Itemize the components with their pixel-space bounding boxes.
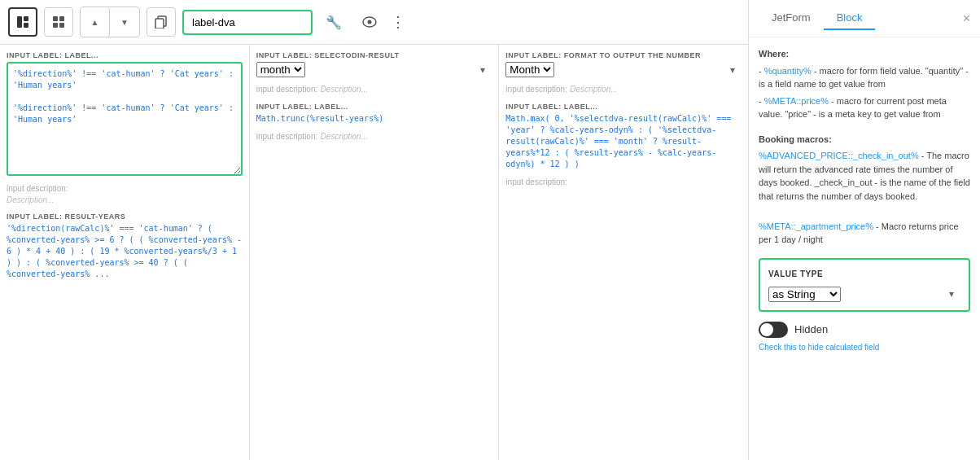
format-dropdown-wrapper[interactable]: Month Year Day	[505, 62, 742, 77]
booking-section: Booking macros: %ADVANCED_PRICE::_check_…	[759, 133, 970, 247]
component-btn[interactable]	[44, 7, 73, 37]
right-panel-body: Where: - %quantity% - macro for form fie…	[749, 37, 980, 460]
field-group-mathmax: INPUT LABEL: LABEL... Math.max( 0, '%sel…	[505, 103, 742, 187]
desc-value-1: Description...	[7, 195, 243, 204]
field-group-format: INPUT LABEL: FORMAT TO OUTPUT THE NUMBER…	[505, 51, 742, 94]
svg-rect-6	[59, 23, 64, 28]
format-select[interactable]: Month Year Day	[505, 62, 554, 77]
mathtrunc-desc-label: input description:	[256, 132, 318, 141]
svg-point-10	[368, 20, 372, 24]
selectodin-desc-label: input description:	[256, 85, 318, 94]
toggle-thumb	[760, 323, 773, 336]
svg-rect-0	[17, 16, 22, 28]
chevron-down-btn[interactable]: ▼	[110, 7, 139, 37]
field2-label: INPUT LABEL: RESULT-YEARS	[7, 212, 243, 221]
hidden-hint: Check this to hide calculated field	[759, 341, 970, 353]
right-panel-header: JetForm Block ×	[749, 0, 980, 37]
field-group-selectodin: INPUT LABEL: SELECTODIN-RESULT month yea…	[256, 51, 492, 94]
desc-label-1: input description:	[7, 184, 243, 193]
booking-macro-1: %ADVANCED_PRICE::_check_in_out% - The ma…	[759, 149, 970, 203]
formula-text-2: '%direction(rawCalc)%' === 'cat-human' ?…	[7, 223, 243, 280]
mathtrunc-desc-value: Description...	[321, 132, 368, 141]
selectodin-desc-value: Description...	[321, 85, 368, 94]
mathmax-desc-label: input description:	[505, 177, 567, 186]
mathtrunc-label: INPUT LABEL: LABEL...	[256, 103, 492, 111]
label-input[interactable]	[182, 10, 313, 35]
more-options-btn[interactable]: ⋮	[391, 13, 405, 31]
where-title: Where:	[759, 47, 970, 61]
hidden-toggle-btn[interactable]	[759, 322, 788, 338]
field-group-result-years: INPUT LABEL: RESULT-YEARS '%direction(ra…	[7, 212, 243, 280]
left-panel: ▲ ▼ 🔧 ⋮	[0, 0, 749, 460]
svg-rect-2	[24, 23, 28, 28]
field1-label: INPUT LABEL: LABEL...	[7, 51, 243, 59]
content-area: INPUT LABEL: LABEL... '%direction%' !== …	[0, 45, 748, 460]
right-panel: JetForm Block × Where: - %quantity% - ma…	[749, 0, 980, 460]
col-1: INPUT LABEL: LABEL... '%direction%' !== …	[0, 45, 250, 460]
format-desc-label: input description:	[505, 85, 567, 94]
format-label: INPUT LABEL: FORMAT TO OUTPUT THE NUMBER	[505, 51, 742, 59]
copy-btn[interactable]	[147, 7, 176, 37]
booking-macro-2: %META::_apartment_price% - Macro returns…	[759, 220, 970, 247]
selectodin-select[interactable]: month year day	[256, 62, 305, 77]
value-type-title: VALUE TYPE	[768, 268, 960, 280]
tabs: JetForm Block	[759, 7, 875, 30]
formula-input-1[interactable]: '%direction%' !== 'cat-human' ? 'Cat yea…	[7, 62, 243, 176]
layout-toggle-btn[interactable]	[8, 7, 37, 37]
col-3: INPUT LABEL: FORMAT TO OUTPUT THE NUMBER…	[499, 45, 748, 460]
value-type-dropdown-wrapper[interactable]: as String as Number as Boolean	[768, 287, 960, 302]
hidden-toggle-row: Hidden	[759, 322, 970, 338]
svg-rect-4	[59, 16, 64, 21]
mathtrunc-formula: Math.trunc(%result-years%)	[256, 113, 492, 125]
mathmax-label: INPUT LABEL: LABEL...	[505, 103, 742, 111]
svg-rect-5	[53, 23, 58, 28]
value-type-section: VALUE TYPE as String as Number as Boolea…	[759, 258, 970, 312]
eye-icon-btn[interactable]	[355, 7, 384, 37]
tab-block[interactable]: Block	[824, 7, 876, 30]
wrench-icon-btn[interactable]: 🔧	[319, 7, 348, 37]
mathmax-formula: Math.max( 0, '%selectdva-result(rawCalc)…	[505, 113, 742, 170]
close-panel-btn[interactable]: ×	[963, 11, 970, 26]
app-container: ▲ ▼ 🔧 ⋮	[0, 0, 980, 460]
chevron-up-btn[interactable]: ▲	[81, 7, 110, 37]
selectodin-dropdown-wrapper[interactable]: month year day	[256, 62, 492, 77]
where-line-2: - %META::price% - macro for current post…	[759, 94, 970, 121]
svg-rect-8	[155, 19, 164, 28]
hidden-label: Hidden	[794, 322, 828, 338]
svg-rect-1	[24, 16, 28, 21]
where-section: Where: - %quantity% - macro for form fie…	[759, 47, 970, 121]
tab-jetform[interactable]: JetForm	[759, 7, 824, 30]
desc-group-1: input description: Description...	[7, 184, 243, 204]
format-desc-value: Description...	[570, 85, 617, 94]
toolbar: ▲ ▼ 🔧 ⋮	[0, 0, 748, 45]
col-2: INPUT LABEL: SELECTODIN-RESULT month yea…	[250, 45, 500, 460]
where-line-1: - %quantity% - macro for form field valu…	[759, 64, 970, 91]
field-group-label: INPUT LABEL: LABEL... '%direction%' !== …	[7, 51, 243, 176]
selectodin-label: INPUT LABEL: SELECTODIN-RESULT	[256, 51, 492, 59]
booking-title: Booking macros:	[759, 133, 970, 147]
value-type-select[interactable]: as String as Number as Boolean	[768, 287, 841, 302]
chevron-group: ▲ ▼	[80, 7, 140, 37]
svg-rect-3	[53, 16, 58, 21]
field-group-mathtrunc: INPUT LABEL: LABEL... Math.trunc(%result…	[256, 103, 492, 142]
